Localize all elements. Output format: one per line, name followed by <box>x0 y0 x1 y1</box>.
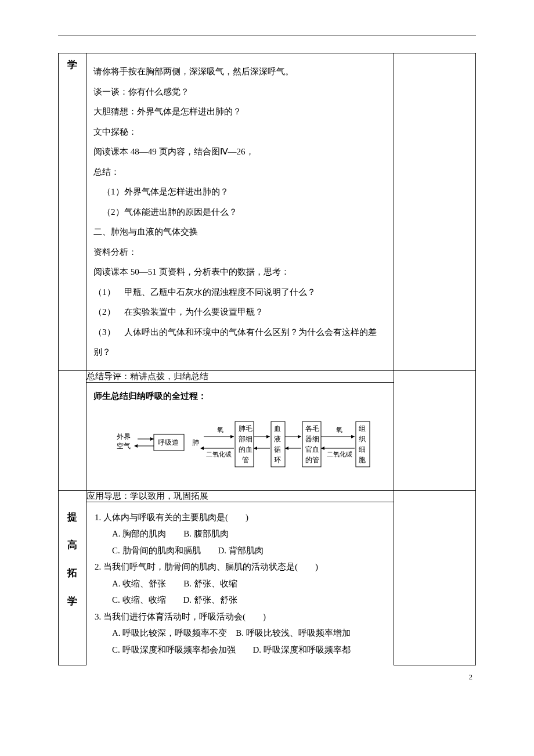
svg-marker-16 <box>298 435 301 438</box>
text-line: 资料分析： <box>93 242 387 262</box>
list-num: （3） <box>93 327 116 337</box>
svg-marker-3 <box>134 444 138 448</box>
node-airway: 呼吸道 <box>158 438 179 447</box>
node-organ-cap-3: 官血 <box>305 445 319 453</box>
sidebar-cell-1: 学 <box>59 53 86 371</box>
quiz-q3-opts-a: A. 呼吸比较深，呼吸频率不变 B. 呼吸比较浅、呼吸频率增加 <box>95 625 385 642</box>
sidebar-2: 提 高 拓 学 <box>59 491 86 630</box>
list-text: 甲瓶、乙瓶中石灰水的混浊程度不同说明了什么？ <box>124 287 316 297</box>
svg-marker-8 <box>200 447 204 450</box>
subheading: 二、肺泡与血液的气体交换 <box>93 222 387 242</box>
content-block-1: 请你将手按在胸部两侧，深深吸气，然后深深呼气。 谈一谈：你有什么感觉？ 大胆猜想… <box>86 53 394 370</box>
text-line: 阅读课本 50—51 页资料，分析表中的数据，思考： <box>93 262 387 282</box>
node-lung-cap-1: 肺毛 <box>239 424 252 433</box>
main-table: 学 请你将手按在胸部两侧，深深吸气，然后深深呼气。 谈一谈：你有什么感觉？ 大胆… <box>58 53 476 665</box>
svg-marker-1 <box>150 437 154 441</box>
node-outside-air: 外界 <box>117 433 131 441</box>
text-line: 阅读课本 48—49 页内容，结合图Ⅳ—26， <box>93 142 387 162</box>
label-co2-2: 二氧化碳 <box>327 451 352 458</box>
text-line: 谈一谈：你有什么感觉？ <box>93 82 387 102</box>
text-line: （2）气体能进出肺的原因是什么？ <box>93 202 387 222</box>
node-tissue-3: 细 <box>359 445 366 453</box>
quiz-q2-opts-a: A. 收缩、舒张 B. 舒张、收缩 <box>95 575 385 592</box>
node-organ-cap-2: 器细 <box>305 435 319 443</box>
svg-marker-21 <box>351 435 355 438</box>
sidebar-cell-3: 提 高 拓 学 <box>59 490 86 665</box>
sidebar-char-xue2: 学 <box>59 596 86 607</box>
node-circ-1: 血 <box>274 424 281 433</box>
text-line: （1）外界气体是怎样进出肺的？ <box>93 182 387 202</box>
node-lung-cap-4: 管 <box>242 456 249 464</box>
page-number: 2 <box>469 672 473 682</box>
sidebar-1: 学 <box>59 53 86 93</box>
label-co2-1: 二氧化碳 <box>206 451 232 458</box>
margin-cell-1 <box>394 53 476 371</box>
text-line: 文中探秘： <box>93 122 387 142</box>
node-tissue-2: 织 <box>359 435 366 443</box>
summary-block: 师生总结归纳呼吸的全过程： 外界 空气 呼吸道 <box>86 383 394 490</box>
section-head-summary: 总结导评：精讲点拨，归纳总结 <box>86 370 394 382</box>
margin-cell-2 <box>394 370 476 490</box>
quiz-q3: 3. 当我们进行体育活动时，呼吸活动会( ) <box>95 609 385 625</box>
svg-marker-11 <box>266 435 270 438</box>
label-oxygen-1: 氧 <box>217 426 223 433</box>
svg-marker-13 <box>254 447 257 450</box>
list-num: （2） <box>93 307 116 316</box>
list-item: （2） 在实验装置中，为什么要设置甲瓶？ <box>93 302 387 322</box>
label-oxygen-2: 氧 <box>336 426 342 433</box>
sidebar-cell-2 <box>59 370 86 490</box>
quiz-q1: 1. 人体内与呼吸有关的主要肌肉是( ) <box>95 509 385 526</box>
page: 学 请你将手按在胸部两侧，深深吸气，然后深深呼气。 谈一谈：你有什么感觉？ 大胆… <box>0 0 534 689</box>
svg-marker-18 <box>285 447 288 450</box>
summary-title: 师生总结归纳呼吸的全过程： <box>93 391 387 402</box>
list-text: 在实验装置中，为什么要设置甲瓶？ <box>124 307 264 316</box>
diagram-svg: 外界 空气 呼吸道 肺 氧 <box>98 411 383 475</box>
node-tissue-4: 胞 <box>359 456 366 464</box>
list-item: （3） 人体呼出的气体和环境中的气体有什么区别？为什么会有这样的差别？ <box>93 322 387 362</box>
node-organ-cap-1: 各毛 <box>305 424 319 433</box>
node-lung-cap-2: 部细 <box>239 435 252 443</box>
quiz-q1-opts-b: C. 肋骨间的肌肉和膈肌 D. 背部肌肉 <box>95 542 385 559</box>
svg-marker-23 <box>321 447 324 450</box>
sidebar-char-xue: 学 <box>59 59 86 71</box>
text-line: 请你将手按在胸部两侧，深深吸气，然后深深呼气。 <box>93 62 387 82</box>
list-text: 人体呼出的气体和环境中的气体有什么区别？为什么会有这样的差别？ <box>93 327 377 357</box>
node-circ-3: 循 <box>274 445 281 453</box>
content-cell-1: 请你将手按在胸部两侧，深深吸气，然后深深呼气。 谈一谈：你有什么感觉？ 大胆猜想… <box>86 53 394 371</box>
quiz-q2: 2. 当我们呼气时，肋骨间的肌肉、膈肌的活动状态是( ) <box>95 559 385 575</box>
quiz-cell: 1. 人体内与呼吸有关的主要肌肉是( ) A. 胸部的肌肉 B. 腹部肌肉 C.… <box>86 502 394 665</box>
node-outside-air-2: 空气 <box>117 442 131 450</box>
quiz-q3-opts-b: C. 呼吸深度和呼吸频率都会加强 D. 呼吸深度和呼吸频率都 <box>95 642 385 658</box>
node-lung: 肺 <box>192 438 199 447</box>
list-num: （1） <box>93 287 116 297</box>
text-line: 大胆猜想：外界气体是怎样进出肺的？ <box>93 102 387 122</box>
node-tissue-1: 组 <box>359 424 366 433</box>
sidebar-char-gao: 高 <box>59 539 86 551</box>
node-circ-2: 液 <box>274 435 281 443</box>
quiz-block: 1. 人体内与呼吸有关的主要肌肉是( ) A. 胸部的肌肉 B. 腹部肌肉 C.… <box>86 502 394 665</box>
margin-cell-3 <box>394 490 476 665</box>
node-lung-cap-3: 的血 <box>239 445 252 453</box>
svg-marker-6 <box>230 435 234 438</box>
quiz-q1-opts-a: A. 胸部的肌肉 B. 腹部肌肉 <box>95 525 385 542</box>
section-head-apply: 应用导思：学以致用，巩固拓展 <box>86 490 394 502</box>
node-circ-4: 环 <box>274 456 281 464</box>
quiz-q2-opts-b: C. 收缩、收缩 D. 舒张、舒张 <box>95 592 385 609</box>
top-rule <box>58 35 476 35</box>
text-line: 总结： <box>93 162 387 182</box>
summary-cell: 师生总结归纳呼吸的全过程： 外界 空气 呼吸道 <box>86 382 394 490</box>
sidebar-char-tuo: 拓 <box>59 567 86 579</box>
flow-diagram: 外界 空气 呼吸道 肺 氧 <box>93 409 387 482</box>
sidebar-char-ti: 提 <box>59 512 86 523</box>
list-item: （1） 甲瓶、乙瓶中石灰水的混浊程度不同说明了什么？ <box>93 282 387 303</box>
node-organ-cap-4: 的管 <box>305 456 319 464</box>
